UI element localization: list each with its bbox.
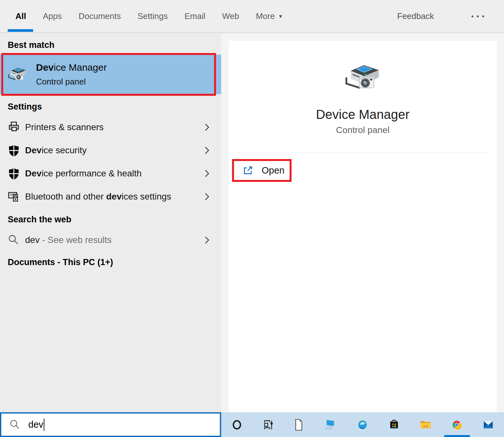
best-match-result-device-manager[interactable]: Device Manager Control panel [0, 55, 221, 94]
printer-icon [6, 120, 21, 135]
cortana-icon[interactable] [221, 412, 253, 437]
more-options-icon[interactable]: ••• [471, 12, 487, 21]
search-web-section-header: Search the web [8, 215, 221, 225]
annotation-box [1, 53, 216, 96]
web-search-item-dev[interactable]: dev - See web results [0, 228, 221, 252]
chevron-right-icon [204, 146, 210, 155]
active-app-indicator [444, 435, 470, 437]
divider [237, 153, 488, 153]
annotation-box: Open [232, 159, 292, 182]
chevron-down-icon: ▼ [278, 13, 283, 19]
text-cursor [44, 419, 44, 431]
search-filter-tab-bar: All Apps Documents Settings Email Web Mo… [0, 0, 504, 33]
open-external-icon[interactable] [242, 165, 253, 176]
chevron-right-icon [204, 192, 210, 201]
best-match-text: Device Manager Control panel [36, 62, 107, 87]
open-button[interactable]: Open [262, 165, 284, 176]
preview-card: Device Manager Control panel Open [229, 41, 497, 412]
item-label: Printers & scanners [25, 122, 104, 132]
chrome-icon[interactable] [441, 412, 473, 437]
store-icon[interactable] [378, 412, 410, 437]
preview-subtitle: Control panel [229, 125, 497, 135]
result-subtitle: Control panel [36, 77, 107, 87]
result-title: Device Manager [36, 62, 107, 73]
devices-icon [6, 189, 21, 204]
settings-item-device-security[interactable]: Device security [0, 139, 221, 162]
search-web-rows: dev - See web results [0, 228, 221, 252]
settings-section-rows: Printers & scanners Device security [0, 116, 221, 208]
search-input-value: dev [28, 419, 43, 430]
search-results-panel: Best match Device Manager Control panel … [0, 34, 221, 412]
settings-item-device-performance-health[interactable]: Device performance & health [0, 162, 221, 185]
preview-title: Device Manager [229, 107, 497, 122]
monitor-icon[interactable] [315, 412, 347, 437]
settings-item-bluetooth-devices[interactable]: Bluetooth and other devices settings [0, 185, 221, 208]
file-explorer-icon[interactable] [410, 412, 441, 437]
device-manager-icon [7, 64, 28, 85]
settings-section-header: Settings [8, 102, 221, 112]
item-label: Device performance & health [25, 168, 142, 179]
search-icon [6, 233, 21, 247]
chevron-right-icon [204, 123, 210, 131]
task-view-icon[interactable] [253, 412, 284, 437]
tab-apps[interactable]: Apps [43, 0, 62, 32]
search-input[interactable]: dev [0, 412, 221, 437]
tab-web[interactable]: Web [222, 0, 239, 32]
search-icon [9, 419, 21, 431]
item-label: Bluetooth and other devices settings [25, 192, 171, 202]
chevron-right-icon [204, 169, 210, 178]
documents-section-header[interactable]: Documents - This PC (1+) [8, 257, 221, 267]
chevron-right-icon [204, 236, 210, 244]
edge-icon[interactable] [347, 412, 378, 437]
shield-icon [6, 143, 21, 158]
tab-more[interactable]: More ▼ [256, 0, 283, 32]
item-label: Device security [25, 145, 86, 156]
mail-icon[interactable] [473, 412, 504, 437]
taskbar [221, 412, 504, 437]
tab-all[interactable]: All [15, 0, 26, 32]
tab-documents[interactable]: Documents [79, 0, 121, 32]
tab-email[interactable]: Email [184, 0, 205, 32]
shield-icon [6, 166, 21, 181]
tab-settings[interactable]: Settings [138, 0, 168, 32]
device-manager-icon [343, 58, 382, 98]
feedback-button[interactable]: Feedback [397, 0, 434, 32]
best-match-header: Best match [8, 34, 221, 50]
settings-item-printers-scanners[interactable]: Printers & scanners [0, 116, 221, 139]
document-icon[interactable] [284, 412, 316, 437]
item-label: dev - See web results [25, 235, 112, 245]
